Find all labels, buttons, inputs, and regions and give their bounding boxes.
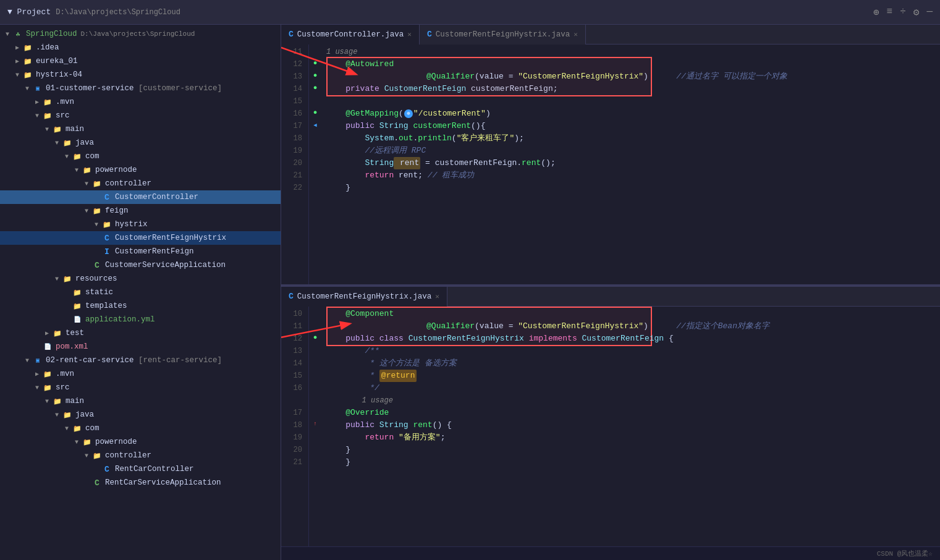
java-c-icon-csa: C <box>91 260 103 271</box>
bottom-line-numbers: 10 11 12 13 14 15 16 17 18 19 20 21 <box>281 307 309 546</box>
sidebar-item-rent-car[interactable]: ▼ ▣ 02-rent-car-service [rent-car-servic… <box>0 354 281 367</box>
sidebar-item-rent-car-controller[interactable]: C RentCarController <box>0 462 281 476</box>
sidebar-item-springcloud[interactable]: ▼ ☘ SpringCloud D:\Java\projects\SpringC… <box>0 27 281 41</box>
sidebar-item-test[interactable]: ▶ 📁 test <box>0 326 281 340</box>
springcloud-label: SpringCloud <box>26 30 77 38</box>
javadoc-open: /** <box>326 345 379 357</box>
split-icon[interactable]: ÷ <box>900 6 906 19</box>
arrow-controller-rent: ▼ <box>82 452 91 459</box>
spring-icon: ☘ <box>12 28 23 40</box>
comment-19: //远程调用 RPC <box>326 145 426 157</box>
java-c-icon-customercontroller: C <box>101 192 112 203</box>
folder-icon-eureka: 📁 <box>22 56 33 67</box>
system-18: System <box>326 132 394 145</box>
bcode-line-11: @Qualifier(value = "CustomerRentFeignHys… <box>326 320 935 333</box>
tab-label-crfh-top: CustomerRentFeignHystrix.java <box>436 30 570 39</box>
tab-crfh-top[interactable]: C CustomerRentFeignHystrix.java ✕ <box>420 25 586 45</box>
controller-rent-label: controller <box>105 451 151 460</box>
sidebar-item-powernode-rent[interactable]: ▼ 📁 powernode <box>0 435 281 449</box>
sidebar-item-feign[interactable]: ▼ 📁 feign <box>0 204 281 218</box>
sidebar-item-main-rent[interactable]: ▼ 📁 main <box>0 394 281 408</box>
sidebar-item-mvn-rent[interactable]: ▶ 📁 .mvn <box>0 367 281 381</box>
top-gutter: ● ● ● ● ◀ <box>309 45 321 284</box>
tab-close-customer[interactable]: ✕ <box>407 30 412 38</box>
bottom-gutter: ● ↑ <box>309 307 321 546</box>
arrow-hystrix-folder: ▼ <box>91 221 101 228</box>
tab-close-crfh-top[interactable]: ✕ <box>574 30 578 38</box>
qualifier-value-b11: "CustomerRentFeignHystrix" <box>518 321 643 331</box>
sidebar-item-customer-controller[interactable]: C CustomerController <box>0 190 281 204</box>
brace-b20: } <box>326 444 350 456</box>
java-customer-label: java <box>75 138 94 147</box>
sidebar-item-mvn-customer[interactable]: ▶ 📁 .mvn <box>0 95 281 109</box>
arrow-src-rent: ▼ <box>32 384 42 391</box>
sidebar-item-customer-rent-feign-hystrix[interactable]: C CustomerRentFeignHystrix <box>0 231 281 245</box>
folder-icon-powernode-rent: 📁 <box>82 436 93 448</box>
sidebar-item-controller-customer[interactable]: ▼ 📁 controller <box>0 177 281 190</box>
tab-customer-controller[interactable]: C CustomerController.java ✕ <box>281 25 420 45</box>
customer-service-label: 01-customer-service [customer-service] <box>46 84 222 93</box>
sidebar-item-application-yaml[interactable]: 📄 application.yml <box>0 313 281 326</box>
sidebar-item-src-rent[interactable]: ▼ 📁 src <box>0 381 281 394</box>
minimize-icon[interactable]: — <box>926 6 933 19</box>
arrow-rent-car: ▼ <box>22 357 32 364</box>
status-bar: CSDN @风也温柔☆ <box>281 546 940 560</box>
sidebar-item-static[interactable]: 📁 static <box>0 286 281 299</box>
sidebar-item-hystrix04[interactable]: ▼ 📁 hystrix-04 <box>0 68 281 82</box>
arrow-controller-customer: ▼ <box>82 180 91 187</box>
folder-icon-powernode: 📁 <box>82 164 93 176</box>
tab-crfh-bottom[interactable]: C CustomerRentFeignHystrix.java ✕ <box>281 287 447 307</box>
bcode-line-16: */ <box>326 382 935 394</box>
close-20: (); <box>541 157 555 169</box>
gutter-icon-14: ● <box>313 84 318 91</box>
bottom-tab-bar: C CustomerRentFeignHystrix.java ✕ <box>281 287 940 307</box>
str-b19: "备用方案" <box>394 431 440 444</box>
brace-b21: } <box>326 456 350 469</box>
sidebar-item-com-rent[interactable]: ▼ 📁 com <box>0 422 281 435</box>
sidebar-item-powernode-customer[interactable]: ▼ 📁 powernode <box>0 163 281 177</box>
sidebar-item-rent-car-service-app[interactable]: C RentCarServiceApplication <box>0 476 281 490</box>
project-sidebar[interactable]: ▼ ☘ SpringCloud D:\Java\projects\SpringC… <box>0 25 281 560</box>
sidebar-item-eureka01[interactable]: ▶ 📁 eureka_01 <box>0 54 281 68</box>
settings-icon[interactable]: ⚙ <box>913 6 920 19</box>
top-code-lines[interactable]: 1 usage @Autowired @Qualifier(value = "C… <box>321 45 940 284</box>
semi-b19: ; <box>441 431 446 444</box>
bottom-code-lines[interactable]: @Component @Qualifier(value = "CustomerR… <box>321 307 940 546</box>
arrow-customer-service: ▼ <box>22 85 32 92</box>
arrow-com-rent: ▼ <box>62 425 72 432</box>
sidebar-item-templates[interactable]: 📁 templates <box>0 299 281 313</box>
sidebar-item-customer-rent-feign[interactable]: I CustomerRentFeign <box>0 245 281 258</box>
sidebar-item-resources[interactable]: ▼ 📁 resources <box>0 272 281 286</box>
sync-icon[interactable]: ⊕ <box>873 6 879 19</box>
qualifier-close-13: ) <box>643 72 648 81</box>
sidebar-item-src-customer[interactable]: ▼ 📁 src <box>0 109 281 122</box>
list-icon[interactable]: ≡ <box>887 6 893 19</box>
brace-22: } <box>326 182 350 194</box>
sidebar-item-java-customer[interactable]: ▼ 📁 java <box>0 136 281 150</box>
sidebar-item-customer-service-app[interactable]: C CustomerServiceApplication <box>0 258 281 272</box>
bcode-line-13: /** <box>326 345 935 357</box>
return-tag: @return <box>379 370 417 382</box>
bcode-usage-line: 1 usage <box>326 394 935 407</box>
sidebar-item-pom-xml[interactable]: 📄 pom.xml <box>0 340 281 354</box>
com-rent-label: com <box>85 424 100 433</box>
sidebar-item-com-customer[interactable]: ▼ 📁 com <box>0 150 281 163</box>
top-editor-content: 11 12 13 14 15 16 17 18 19 20 21 22 <box>281 45 940 284</box>
toolbar-icons: ⊕ ≡ ÷ ⚙ — <box>873 6 933 19</box>
qualifier-value-13: "CustomerRentFeignHystrix" <box>518 72 643 81</box>
sidebar-item-hystrix-folder[interactable]: ▼ 📁 hystrix <box>0 218 281 231</box>
tab-close-crfh-bottom[interactable]: ✕ <box>435 292 439 300</box>
sidebar-item-main-customer[interactable]: ▼ 📁 main <box>0 122 281 136</box>
sidebar-item-java-rent[interactable]: ▼ 📁 java <box>0 408 281 422</box>
method-b18: rent <box>409 419 433 431</box>
sidebar-item-controller-rent[interactable]: ▼ 📁 controller <box>0 449 281 462</box>
rent-plain-20: rent <box>395 158 419 168</box>
folder-icon-mvn: 📁 <box>42 96 53 108</box>
sidebar-item-customer-service[interactable]: ▼ ▣ 01-customer-service [customer-servic… <box>0 82 281 95</box>
brace-b12: { <box>664 333 674 345</box>
folder-icon-templates: 📁 <box>72 300 83 312</box>
arrow-com-customer: ▼ <box>62 153 72 160</box>
sidebar-item-idea[interactable]: ▶ 📁 .idea <box>0 41 281 54</box>
folder-icon-mvn-rent: 📁 <box>42 368 53 380</box>
customer-controller-label: CustomerController <box>115 193 198 202</box>
